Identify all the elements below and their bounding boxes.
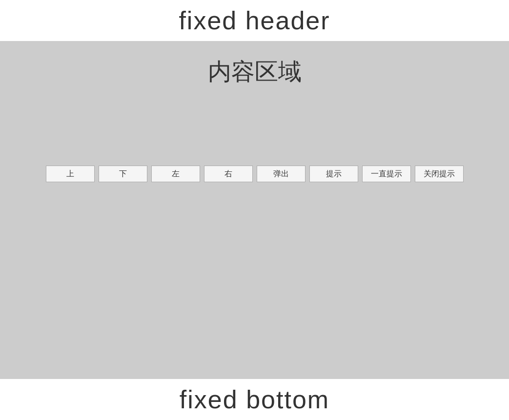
fixed-header: fixed header (0, 0, 509, 42)
btn-always-tip-button[interactable]: 一直提示 (362, 166, 411, 182)
btn-left-button[interactable]: 左 (151, 166, 200, 182)
footer-title: fixed bottom (180, 385, 329, 414)
btn-down-button[interactable]: 下 (99, 166, 147, 182)
content-title: 内容区域 (208, 56, 302, 87)
btn-popup-button[interactable]: 弹出 (257, 166, 305, 182)
header-title: fixed header (179, 6, 330, 35)
content-area: 内容区域 上下左右弹出提示一直提示关闭提示 (0, 42, 509, 378)
btn-close-tip-button[interactable]: 关闭提示 (415, 166, 464, 182)
btn-tip-button[interactable]: 提示 (309, 166, 358, 182)
btn-up-button[interactable]: 上 (46, 166, 95, 182)
fixed-footer: fixed bottom (0, 378, 509, 420)
btn-right-button[interactable]: 右 (204, 166, 253, 182)
button-row: 上下左右弹出提示一直提示关闭提示 (46, 166, 464, 182)
